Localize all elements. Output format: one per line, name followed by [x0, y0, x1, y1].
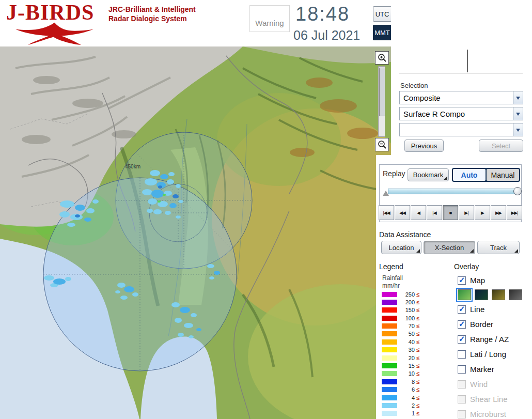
overlay-item-line[interactable]: Line — [458, 302, 530, 317]
legend-value: 20 — [399, 355, 415, 361]
legend-entry: 250≤ — [382, 291, 419, 297]
overlay-item-border[interactable]: Border — [458, 317, 530, 332]
dropdown-value: Surface R Compo — [400, 110, 513, 118]
mmt-toggle-button[interactable]: MMT — [373, 25, 392, 40]
zoom-slider[interactable] — [378, 66, 385, 137]
previous-button[interactable]: Previous — [404, 139, 444, 152]
map-style-swatches — [458, 288, 530, 302]
playback-jump-start-button[interactable]: |◀◀ — [379, 205, 394, 220]
selection-dropdown-2[interactable] — [399, 123, 523, 136]
legend-color-swatch — [382, 307, 397, 313]
playback-step-back-button[interactable]: |◀ — [427, 205, 442, 220]
overlay-item-label: Microburst — [470, 410, 506, 418]
warning-label: Warning — [255, 19, 284, 27]
less-equal-symbol: ≤ — [416, 291, 419, 298]
less-equal-symbol: ≤ — [416, 395, 419, 401]
map-style-olive[interactable] — [492, 289, 505, 300]
less-equal-symbol: ≤ — [416, 331, 419, 337]
map-style-terrain-green[interactable] — [458, 289, 471, 300]
data-assistance-buttons: LocationX-SectionTrack — [381, 241, 520, 254]
legend-entry: 50≤ — [382, 331, 419, 337]
checkbox-wind — [458, 380, 466, 389]
playback-stop-button[interactable]: ■ — [443, 205, 458, 220]
less-equal-symbol: ≤ — [416, 315, 419, 321]
playback-play-reverse-button[interactable]: ◀ — [411, 205, 426, 220]
map-viewport[interactable]: 450km — [0, 46, 391, 419]
timeline-handle[interactable] — [513, 187, 522, 195]
legend-color-swatch — [382, 387, 397, 392]
legend-value: 250 — [399, 291, 415, 298]
replay-timeline-slider[interactable] — [388, 189, 518, 195]
selection-dropdown-0[interactable]: Composite — [399, 91, 523, 104]
legend-value: 10 — [399, 370, 415, 377]
map-style-dark-gray[interactable] — [509, 289, 522, 300]
utc-toggle-button[interactable]: UTC — [373, 6, 392, 22]
overlay-checkbox-list: MapLineBorderRange / AZLati / LongMarker… — [458, 273, 530, 419]
timeline-track[interactable] — [388, 189, 518, 194]
legend-value: 4 — [399, 395, 415, 401]
overlay-item-range-az[interactable]: Range / AZ — [458, 332, 530, 347]
checkbox-line[interactable] — [458, 305, 466, 314]
overlay-item-lati-long[interactable]: Lati / Long — [458, 347, 530, 362]
selection-label: Selection — [400, 82, 428, 89]
legend-color-swatch — [382, 331, 397, 336]
less-equal-symbol: ≤ — [416, 307, 419, 313]
overlay-label: Overlay — [454, 262, 479, 271]
chevron-down-icon[interactable] — [513, 91, 523, 104]
overlay-item-label: Range / AZ — [470, 335, 509, 344]
overlay-item-map[interactable]: Map — [458, 273, 530, 288]
legend-value: 70 — [399, 323, 415, 329]
playback-step-forward-button[interactable]: ▶| — [459, 205, 474, 220]
manual-mode-button[interactable]: Manual — [487, 169, 519, 181]
less-equal-symbol: ≤ — [416, 386, 419, 393]
track-button[interactable]: Track — [477, 241, 520, 254]
checkbox-marker[interactable] — [458, 365, 466, 374]
selection-dropdown-1[interactable]: Surface R Compo — [399, 107, 523, 120]
zoom-slider-thumb[interactable] — [379, 68, 385, 116]
playback-jump-end-button[interactable]: ▶▶| — [507, 205, 522, 220]
checkbox-shear-line — [458, 395, 466, 404]
data-assistance-label: Data Assistance — [379, 230, 431, 239]
legend-color-swatch — [382, 339, 397, 345]
legend-color-swatch — [382, 395, 397, 400]
checkbox-microburst — [458, 410, 466, 418]
chevron-down-icon[interactable] — [513, 123, 523, 136]
legend-label: Legend — [379, 262, 403, 271]
checkbox-lati-long[interactable] — [458, 350, 466, 359]
less-equal-symbol: ≤ — [416, 402, 419, 409]
legend-entry: 100≤ — [382, 315, 419, 321]
playback-play-button[interactable]: ▶ — [475, 205, 490, 220]
overlay-item-shear-line: Shear Line — [458, 392, 530, 407]
legend-entry: 70≤ — [382, 323, 419, 329]
playback-fast-forward-button[interactable]: ▶▶ — [491, 205, 506, 220]
legend-color-swatch — [382, 316, 397, 321]
x-section-button[interactable]: X-Section — [424, 241, 475, 254]
legend-value: 30 — [399, 347, 415, 353]
overlay-item-label: Line — [470, 305, 484, 314]
auto-mode-button[interactable]: Auto — [453, 169, 486, 181]
chevron-down-icon[interactable] — [513, 107, 523, 120]
location-button[interactable]: Location — [381, 241, 421, 254]
checkbox-map[interactable] — [458, 276, 466, 285]
playback-fast-rewind-button[interactable]: ◀◀ — [395, 205, 410, 220]
map-style-dark-blue[interactable] — [475, 289, 488, 300]
checkbox-range-az[interactable] — [458, 335, 466, 344]
overlay-item-label: Border — [470, 320, 493, 329]
legend-entry: 8≤ — [382, 379, 419, 384]
bookmark-button[interactable]: Bookmark — [408, 168, 449, 181]
replay-label: Replay — [383, 169, 405, 178]
legend-color-swatch — [382, 355, 397, 361]
legend-color-swatch — [382, 292, 397, 297]
legend-entry: 20≤ — [382, 355, 419, 361]
checkbox-border[interactable] — [458, 320, 466, 329]
overlay-item-marker[interactable]: Marker — [458, 362, 530, 377]
playback-controls: |◀◀◀◀◀|◀■▶|▶▶▶▶▶| — [379, 205, 522, 220]
overlay-item-label: Lati / Long — [470, 350, 506, 359]
zoom-in-button[interactable] — [375, 51, 389, 65]
zoom-out-button[interactable] — [375, 138, 389, 151]
radar-composite-map[interactable]: 450km — [0, 46, 391, 419]
overlay-item-label: Wind — [470, 380, 488, 389]
station-display[interactable] — [399, 48, 523, 74]
overlay-item-label: Shear Line — [470, 395, 508, 404]
legend-entry: 40≤ — [382, 339, 419, 345]
